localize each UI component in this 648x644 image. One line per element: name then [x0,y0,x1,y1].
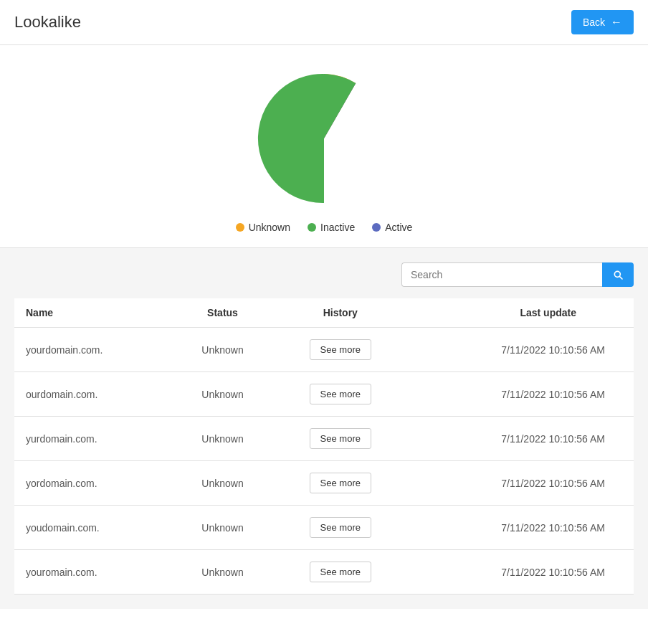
cell-status: Unknown [171,506,273,550]
page-title: Lookalike [14,13,81,32]
legend-label-unknown: Unknown [249,222,290,233]
cell-name: youdomain.com. [14,506,171,550]
legend-dot-active [372,223,381,232]
see-more-button[interactable]: See more [310,517,371,538]
cell-last-update: 7/11/2022 10:10:56 AM [407,461,634,506]
cell-status: Unknown [171,550,273,595]
cell-history: See more [274,328,407,372]
see-more-button[interactable]: See more [310,473,371,493]
cell-status: Unknown [171,417,273,461]
legend-label-inactive: Inactive [320,222,355,233]
chart-legend: Unknown Inactive Active [236,222,413,233]
legend-item-inactive: Inactive [308,222,355,233]
cell-last-update: 7/11/2022 10:10:56 AM [407,506,634,550]
cell-status: Unknown [171,372,273,417]
table-row: youromain.com.UnknownSee more7/11/2022 1… [14,550,634,595]
cell-last-update: 7/11/2022 10:10:56 AM [407,372,634,417]
cell-last-update: 7/11/2022 10:10:56 AM [407,550,634,595]
header: Lookalike Back ← [0,0,648,45]
search-button[interactable] [602,262,634,287]
legend-item-unknown: Unknown [236,222,290,233]
cell-name: yordomain.com. [14,461,171,506]
table-header-row: Name Status History Last update [14,298,634,328]
cell-name: yourdomain.com. [14,328,171,372]
table-wrapper[interactable]: Name Status History Last update yourdoma… [14,298,634,595]
cell-name: ourdomain.com. [14,372,171,417]
table-row: yourdomain.com.UnknownSee more7/11/2022 … [14,328,634,372]
cell-status: Unknown [171,461,273,506]
search-input[interactable] [401,262,602,287]
cell-history: See more [274,461,407,506]
search-icon [612,269,624,280]
legend-dot-unknown [236,223,244,232]
col-status: Status [171,298,273,328]
table-row: yordomain.com.UnknownSee more7/11/2022 1… [14,461,634,506]
legend-label-active: Active [385,222,412,233]
cell-history: See more [274,506,407,550]
col-name: Name [14,298,171,328]
cell-history: See more [274,550,407,595]
see-more-button[interactable]: See more [310,384,371,404]
pie-chart [252,67,396,210]
see-more-button[interactable]: See more [310,339,371,360]
cell-name: youromain.com. [14,550,171,595]
cell-last-update: 7/11/2022 10:10:56 AM [407,328,634,372]
table-row: youdomain.com.UnknownSee more7/11/2022 1… [14,506,634,550]
see-more-button[interactable]: See more [310,562,371,582]
col-last-update: Last update [407,298,634,328]
cell-status: Unknown [171,328,273,372]
see-more-button[interactable]: See more [310,428,371,449]
search-bar [14,262,634,287]
cell-last-update: 7/11/2022 10:10:56 AM [407,417,634,461]
cell-name: yurdomain.com. [14,417,171,461]
back-arrow-icon: ← [611,16,622,29]
table-row: ourdomain.com.UnknownSee more7/11/2022 1… [14,372,634,417]
table-section: Name Status History Last update yourdoma… [0,248,648,609]
chart-section: Unknown Inactive Active [0,45,648,248]
legend-dot-inactive [308,223,316,232]
legend-item-active: Active [372,222,412,233]
back-label: Back [583,16,605,28]
table-row: yurdomain.com.UnknownSee more7/11/2022 1… [14,417,634,461]
data-table: Name Status History Last update yourdoma… [14,298,634,595]
cell-history: See more [274,372,407,417]
chart-segment-inactive [258,74,356,203]
col-history: History [274,298,407,328]
back-button[interactable]: Back ← [571,10,634,34]
cell-history: See more [274,417,407,461]
